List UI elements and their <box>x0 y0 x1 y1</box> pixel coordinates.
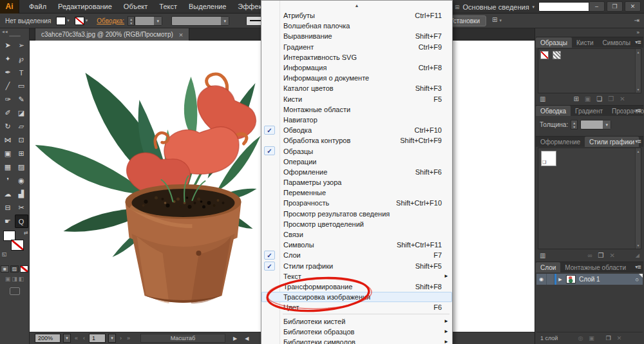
menu-item[interactable]: Операции <box>261 157 452 167</box>
layer-row[interactable]: ◉ ▶ Слой 1 ○ <box>536 274 643 285</box>
stepper-down-icon[interactable]: ▼ <box>573 125 576 129</box>
panel-menu-icon[interactable]: ▾≣ <box>635 108 641 113</box>
arrange-documents-icon[interactable]: ⊞▾ <box>492 16 502 23</box>
break-link-icon[interactable]: ∞ <box>587 252 592 259</box>
lock-column[interactable] <box>547 274 554 285</box>
blend-tool[interactable]: ◉ <box>15 174 28 187</box>
menu-item[interactable]: ✓ Слои F7 <box>261 250 452 260</box>
menu-item[interactable]: Библиотеки образцов ► <box>261 327 452 337</box>
last-artboard-icon[interactable]: » <box>126 335 131 341</box>
panel-grip[interactable] <box>9 35 21 37</box>
swatch-libraries-icon[interactable]: ▥ <box>540 95 545 102</box>
stepper-down-icon[interactable]: ▼ <box>129 21 133 25</box>
layer-name[interactable]: Слой 1 <box>579 276 600 283</box>
status-menu-arrow-icon[interactable]: ▶ <box>233 336 237 341</box>
chevron-down-icon[interactable]: ▾ <box>603 120 611 129</box>
none-swatch[interactable] <box>540 51 549 59</box>
first-artboard-icon[interactable]: « <box>73 335 79 341</box>
styles-scrollbar[interactable]: ▲ ▼ <box>635 148 641 249</box>
direct-selection-tool[interactable]: ➢ <box>15 39 28 52</box>
restore-button[interactable]: ❐ <box>607 1 623 12</box>
type-tool[interactable]: T <box>15 66 28 79</box>
menu-item[interactable]: Просмотр цветоделений <box>261 219 452 229</box>
color-mode-button[interactable]: ■ <box>1 265 9 272</box>
hand-tool[interactable]: ☛ <box>1 215 15 228</box>
eraser-tool[interactable]: ◪ <box>15 106 28 120</box>
scroll-down-icon[interactable]: ▼ <box>637 88 640 91</box>
chevron-down-icon[interactable]: ▾ <box>154 17 162 25</box>
swatch-options-icon[interactable]: ▣ <box>585 95 591 102</box>
menubar-item[interactable]: Редактирование <box>52 0 118 14</box>
draw-normal-icon[interactable]: ▣ <box>5 276 11 282</box>
fill-color-swatch[interactable] <box>56 17 66 25</box>
tab-swatches[interactable]: Образцы <box>536 37 572 48</box>
none-mode-button[interactable] <box>20 265 28 272</box>
rotate-tool[interactable]: ↻ <box>1 120 15 133</box>
stroke-weight-stepper[interactable]: ▲ ▼ <box>128 16 135 26</box>
chevron-down-icon[interactable]: ▾ <box>67 18 70 23</box>
pen-tool[interactable]: ✒ <box>1 66 15 79</box>
free-transform-tool[interactable]: ⊡ <box>15 133 28 147</box>
tab-layers[interactable]: Слои <box>536 262 560 272</box>
screen-mode-button[interactable] <box>10 287 20 295</box>
rectangle-tool[interactable]: ▭ <box>15 79 28 93</box>
menu-item[interactable]: Прозрачность Shift+Ctrl+F10 <box>261 198 452 208</box>
document-tab[interactable]: c3ahce70c3fa3.jpg @ 200% (RGB/Просмотр) … <box>35 28 189 41</box>
new-style-icon[interactable]: ❐ <box>598 252 604 259</box>
menu-item[interactable]: Монтажные области <box>261 104 452 115</box>
menu-item[interactable]: Обработка контуров Shift+Ctrl+F9 <box>261 135 452 146</box>
mesh-tool[interactable]: ▦ <box>1 160 15 174</box>
menu-item[interactable]: Кисти F5 <box>261 94 452 104</box>
menu-item[interactable]: Библиотеки символов ► <box>261 337 452 344</box>
visibility-eye-icon[interactable]: ◉ <box>536 274 547 285</box>
menubar-item[interactable]: Выделение <box>183 0 232 14</box>
menu-item[interactable]: Трассировка изображения <box>261 292 452 302</box>
tab-stroke[interactable]: Обводка <box>536 106 571 116</box>
menu-item[interactable]: Оформление Shift+F6 <box>261 167 452 177</box>
menu-item[interactable]: Градиент Ctrl+F9 <box>261 42 452 52</box>
tab-brushes[interactable]: Кисти <box>572 37 598 48</box>
resize-grip-icon[interactable]: ◢ <box>636 253 639 258</box>
menu-item[interactable]: Каталог цветов Shift+F3 <box>261 83 452 93</box>
stroke-weight-link[interactable]: Обводка: <box>97 17 124 24</box>
menu-item[interactable]: Волшебная палочка <box>261 21 452 31</box>
gradient-mode-button[interactable]: ▨ <box>10 265 19 272</box>
delete-swatch-icon[interactable]: ✕ <box>620 95 625 102</box>
menu-item[interactable]: Цвет F6 <box>261 302 452 312</box>
new-color-group-icon[interactable]: ❏ <box>596 95 602 102</box>
tab-symbols[interactable]: Символы <box>598 37 635 48</box>
thickness-stepper[interactable]: ▲ ▼ <box>571 120 578 129</box>
stroke-swatch[interactable] <box>11 240 24 251</box>
menu-item[interactable]: ✓ Образцы <box>261 146 452 156</box>
artboard-tool[interactable]: ⊟ <box>1 201 15 215</box>
swatches-scrollbar[interactable]: ▲ ▼ <box>635 49 641 93</box>
menu-item[interactable]: Информация Ctrl+F8 <box>261 62 452 73</box>
collapse-dock-icon[interactable]: » <box>535 28 644 37</box>
scale-tool[interactable]: ▱ <box>15 120 28 133</box>
status-field[interactable]: Масштаб <box>140 334 225 343</box>
menubar-item[interactable]: Текст <box>153 0 183 14</box>
slice-tool[interactable]: ✂ <box>15 201 28 215</box>
stroke-color-swatch[interactable] <box>75 17 84 25</box>
draw-inside-icon[interactable]: ◧ <box>19 276 24 282</box>
control-panel-menu-icon[interactable]: ⇥ <box>634 17 639 24</box>
panel-menu-icon[interactable]: ▾≣ <box>635 39 641 45</box>
zoom-level[interactable]: 200% <box>35 334 61 343</box>
menu-item[interactable]: Текст ► <box>261 271 452 282</box>
blob-brush-tool[interactable]: ✐ <box>1 106 15 120</box>
tab-gradient[interactable]: Градиент <box>571 106 607 116</box>
gradient-tool[interactable]: ▨ <box>15 160 28 174</box>
menubar-item[interactable]: Объект <box>118 0 153 14</box>
close-button[interactable]: ✕ <box>625 1 641 12</box>
tab-artboards[interactable]: Монтажные области <box>560 262 630 272</box>
menubar-item[interactable]: Файл <box>23 0 52 14</box>
line-segment-tool[interactable]: ╱ <box>1 79 15 93</box>
menu-item[interactable]: ✓ Стили графики Shift+F5 <box>261 261 452 271</box>
menu-item[interactable]: Информация о документе <box>261 73 452 83</box>
menu-item[interactable]: Просмотр результатов сведения <box>261 209 452 219</box>
menu-item[interactable]: Атрибуты Ctrl+F11 <box>261 10 452 21</box>
thickness-combo[interactable]: ▾ <box>580 120 611 129</box>
delete-layer-icon[interactable]: ✕ <box>617 335 622 341</box>
locate-object-icon[interactable]: ◎ <box>578 335 583 341</box>
width-profile-combo[interactable]: ▾ <box>171 16 229 26</box>
